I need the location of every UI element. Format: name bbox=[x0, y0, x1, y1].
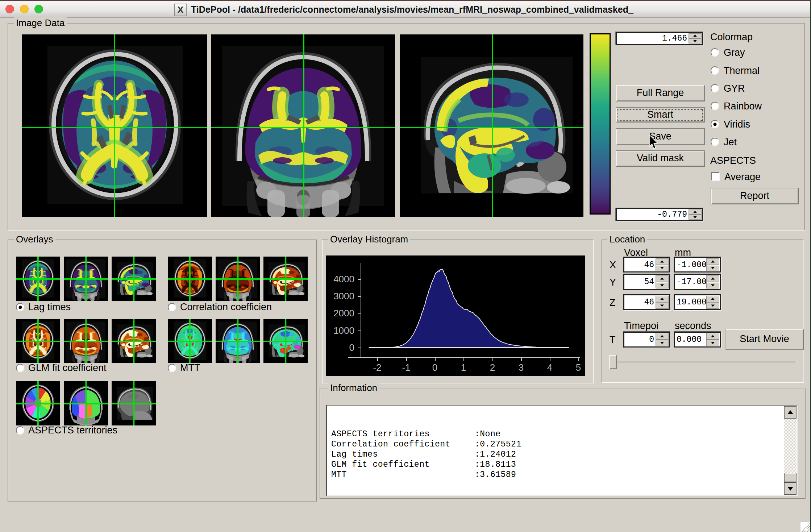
svg-text:3000: 3000 bbox=[333, 291, 354, 302]
svg-text:-1: -1 bbox=[402, 362, 410, 373]
svg-text:3: 3 bbox=[519, 362, 524, 373]
svg-text:-2: -2 bbox=[373, 362, 381, 373]
svg-text:2000: 2000 bbox=[333, 308, 354, 319]
svg-text:2: 2 bbox=[490, 362, 495, 373]
svg-text:4: 4 bbox=[547, 362, 552, 373]
svg-text:5: 5 bbox=[576, 362, 581, 373]
svg-text:0: 0 bbox=[349, 342, 354, 353]
svg-text:4000: 4000 bbox=[333, 274, 354, 284]
svg-text:0: 0 bbox=[432, 362, 437, 373]
svg-text:1: 1 bbox=[461, 362, 466, 373]
svg-text:1000: 1000 bbox=[333, 325, 354, 336]
